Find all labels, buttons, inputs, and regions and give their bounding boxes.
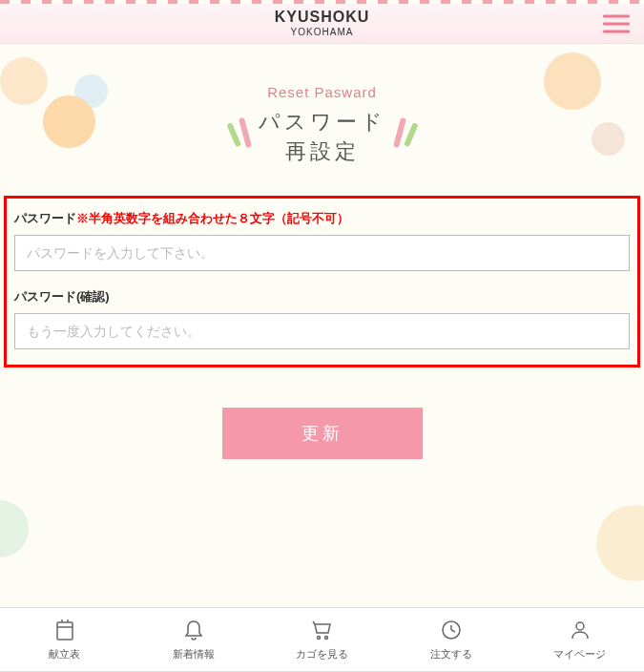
nav-label: 注文する [430, 647, 472, 662]
password-label-row: パスワード※半角英数字を組み合わせた８文字（記号不可） [14, 210, 630, 227]
svg-line-6 [313, 621, 315, 624]
nav-label: 新着情報 [173, 647, 215, 662]
nav-item-news[interactable]: 新着情報 [129, 608, 258, 671]
decorative-circle [596, 505, 644, 581]
nav-label: マイページ [553, 647, 606, 662]
page-title-section: Reset Pasward パスワード 再設定 [0, 44, 644, 167]
password-confirm-field-group: パスワード(確認) [14, 288, 630, 349]
logo-main-text: KYUSHOKU [275, 10, 370, 25]
nav-item-mypage[interactable]: マイページ [515, 608, 644, 671]
decorative-circle [0, 500, 29, 557]
password-confirm-input[interactable] [14, 313, 630, 349]
nav-item-menu[interactable]: 献立表 [0, 608, 129, 671]
logo: KYUSHOKU YOKOHAMA [275, 10, 370, 37]
bell-icon [181, 618, 206, 642]
title-decoration-left [238, 117, 251, 148]
password-hint: ※半角英数字を組み合わせた８文字（記号不可） [76, 211, 349, 225]
password-label: パスワード [14, 211, 76, 225]
logo-sub-text: YOKOHAMA [275, 27, 370, 37]
nav-item-order[interactable]: 注文する [386, 608, 515, 671]
page-title-japanese: パスワード 再設定 [225, 108, 420, 167]
password-form-highlighted: パスワード※半角英数字を組み合わせた８文字（記号不可） パスワード(確認) [4, 196, 640, 368]
password-input[interactable] [14, 235, 630, 271]
svg-line-9 [451, 630, 455, 632]
header: KYUSHOKU YOKOHAMA [0, 4, 644, 44]
cart-icon [310, 618, 335, 642]
clock-icon [439, 618, 464, 642]
page-title-english: Reset Pasward [0, 84, 644, 100]
nav-label: 献立表 [49, 647, 80, 662]
calendar-icon [52, 618, 77, 642]
nav-label: カゴを見る [296, 647, 348, 662]
svg-point-4 [317, 637, 320, 640]
password-field-group: パスワード※半角英数字を組み合わせた８文字（記号不可） [14, 210, 630, 271]
nav-item-cart[interactable]: カゴを見る [258, 608, 386, 671]
hamburger-menu-button[interactable] [603, 10, 630, 37]
title-decoration-right [392, 117, 405, 148]
password-confirm-label: パスワード(確認) [14, 288, 630, 305]
user-icon [568, 618, 592, 642]
svg-point-5 [324, 637, 327, 640]
submit-button[interactable]: 更新 [222, 408, 423, 459]
bottom-navigation: 献立表 新着情報 カゴを見る 注文する マイページ [0, 607, 644, 672]
svg-point-10 [576, 622, 584, 630]
svg-rect-0 [57, 622, 73, 640]
